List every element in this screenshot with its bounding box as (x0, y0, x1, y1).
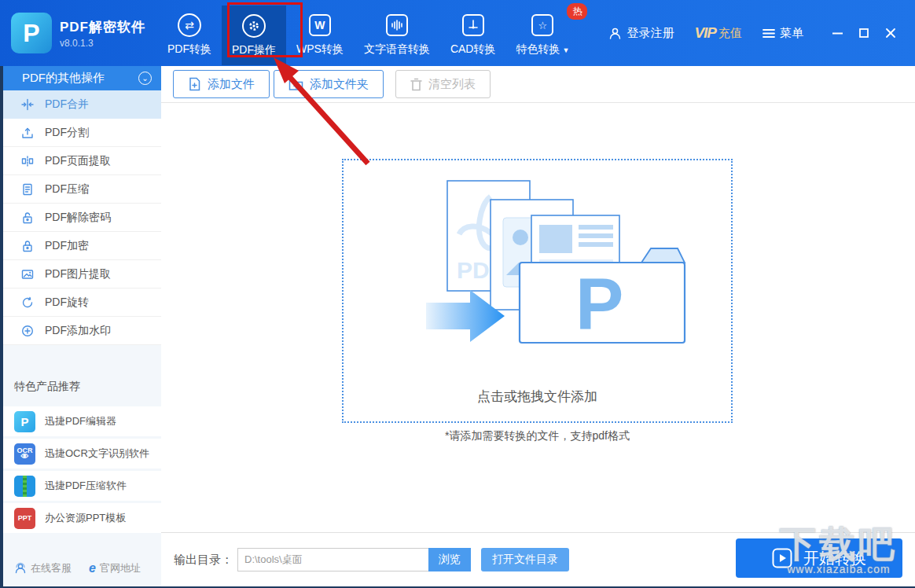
start-convert-button[interactable]: 开始转换 (736, 538, 902, 578)
nav-speech-convert[interactable]: 文字语音转换 (354, 5, 440, 66)
sidebar-item-pdf-merge[interactable]: PDF合并 (3, 90, 161, 119)
add-file-icon (188, 77, 201, 91)
login-register-link[interactable]: 登录注册 (608, 26, 674, 41)
pdf-editor-icon: P (14, 411, 35, 432)
image-icon (20, 267, 34, 281)
rotate-icon (20, 296, 34, 309)
compress-doc-icon (20, 182, 34, 196)
chevron-down-icon: ▼ (562, 46, 569, 54)
sidebar-item-pdf-watermark[interactable]: PDF添加水印 (3, 317, 161, 345)
nav-wps-convert[interactable]: W WPS转换 (286, 5, 354, 66)
folder-shape: P (520, 248, 685, 344)
app-title: PDF解密软件 (60, 18, 145, 36)
file-toolbar: 添加文件 添加文件夹 清空列表 (161, 66, 915, 102)
toolbar-divider (161, 102, 915, 103)
hot-badge: 热 (567, 3, 587, 20)
sidebar-item-pdf-rotate[interactable]: PDF旋转 (3, 288, 161, 317)
ocr-icon: OCR👁 (14, 443, 35, 465)
add-circle-icon (20, 324, 34, 337)
split-icon (20, 126, 34, 139)
nav-cad-convert[interactable]: CAD转换 (440, 5, 506, 66)
product-pdf-compressor[interactable]: 迅捷PDF压缩软件 (3, 471, 161, 501)
sidebar-header[interactable]: PDF的其他操作 ⌄ (3, 66, 161, 90)
output-dir-label: 输出目录： (174, 553, 233, 568)
unlock-icon (20, 211, 34, 224)
play-icon (772, 548, 792, 568)
lock-icon (20, 239, 34, 252)
cad-icon (462, 11, 484, 39)
sidebar-item-pdf-image-extract[interactable]: PDF图片提取 (3, 260, 161, 288)
file-dropzone[interactable]: PDF (342, 159, 733, 423)
sidebar-item-pdf-unlock[interactable]: PDF解除密码 (3, 204, 161, 232)
vip-recharge-link[interactable]: VIP 充值 (694, 24, 742, 42)
output-path-input[interactable] (237, 548, 428, 571)
add-folder-icon (288, 78, 303, 91)
svg-text:P: P (575, 264, 623, 344)
sidebar-item-pdf-split[interactable]: PDF分割 (3, 119, 161, 147)
maximize-button[interactable] (851, 21, 877, 45)
sidebar-footer: 在线客服 e 官网地址 (3, 561, 161, 586)
top-nav: ⇄ PDF转换 PDF操作 W WPS转换 文字语音转换 CAD转换 热 (157, 0, 579, 66)
window-left-edge (0, 66, 3, 588)
main-panel: 添加文件 添加文件夹 清空列表 PDF (161, 66, 915, 586)
merge-icon (20, 97, 34, 111)
product-ppt-templates[interactable]: PPT 办公资源PPT模板 (3, 503, 161, 533)
wps-icon: W (309, 11, 331, 39)
user-icon (608, 27, 622, 40)
transfer-circle-icon: ⇄ (178, 11, 201, 39)
nav-pdf-convert[interactable]: ⇄ PDF转换 (157, 5, 222, 66)
menu-button[interactable]: 菜单 (762, 26, 803, 41)
vip-icon: VIP (694, 24, 716, 42)
dropzone-note: *请添加需要转换的文件，支持pdf格式 (342, 429, 733, 443)
speech-wave-icon (386, 11, 408, 39)
nav-special-convert[interactable]: 热 ☆ 特色转换▼ (505, 5, 579, 66)
titlebar-right: 登录注册 VIP 充值 菜单 (588, 21, 915, 45)
star-convert-icon: ☆ (531, 11, 553, 39)
product-ocr[interactable]: OCR👁 迅捷OCR文字识别软件 (3, 439, 161, 469)
ppt-icon: PPT (14, 508, 35, 529)
page-extract-icon (20, 154, 34, 167)
sidebar: PDF的其他操作 ⌄ PDF合并 PDF分割 PDF页面提取 PDF压缩 PDF… (3, 66, 161, 586)
add-folder-button[interactable]: 添加文件夹 (274, 70, 384, 98)
open-directory-button[interactable]: 打开文件目录 (481, 548, 569, 571)
app-version: v8.0.1.3 (60, 38, 145, 49)
app-logo-icon: P (11, 13, 52, 53)
headset-icon (14, 562, 27, 575)
clear-list-button[interactable]: 清空列表 (395, 70, 491, 98)
app-brand: P PDF解密软件 v8.0.1.3 (0, 13, 157, 53)
trash-icon (410, 78, 422, 91)
product-list: P 迅捷PDF编辑器 OCR👁 迅捷OCR文字识别软件 迅捷PDF压缩软件 PP… (3, 406, 161, 535)
minimize-button[interactable] (824, 21, 851, 45)
sidebar-item-pdf-compress[interactable]: PDF压缩 (3, 175, 161, 204)
chevron-circle-icon[interactable]: ⌄ (138, 72, 152, 85)
website-link[interactable]: e 官网地址 (89, 561, 141, 575)
titlebar: P PDF解密软件 v8.0.1.3 ⇄ PDF转换 PDF操作 W WPS转换… (0, 0, 915, 66)
sidebar-item-pdf-page-extract[interactable]: PDF页面提取 (3, 147, 161, 175)
add-file-button[interactable]: 添加文件 (173, 70, 270, 98)
sidebar-item-pdf-encrypt[interactable]: PDF加密 (3, 232, 161, 260)
product-pdf-editor[interactable]: P 迅捷PDF编辑器 (3, 406, 161, 436)
promo-section-title: 特色产品推荐 (3, 380, 161, 394)
output-bar: 输出目录： 浏览 打开文件目录 开始转换 (161, 532, 915, 586)
online-service-link[interactable]: 在线客服 (14, 561, 72, 575)
dropzone-illustration: PDF (365, 175, 711, 374)
hamburger-menu-icon (762, 28, 775, 39)
zip-compressor-icon (14, 476, 35, 497)
close-button[interactable] (877, 21, 904, 45)
browse-button[interactable]: 浏览 (428, 548, 471, 571)
nav-pdf-operate[interactable]: PDF操作 (222, 6, 286, 65)
sidebar-menu: PDF合并 PDF分割 PDF页面提取 PDF压缩 PDF解除密码 PDF加密 … (3, 90, 161, 345)
browser-e-icon: e (89, 561, 96, 575)
dropzone-hint: 点击或拖拽文件添加 (344, 388, 731, 406)
gear-circle-icon (242, 12, 266, 40)
window-controls (824, 21, 904, 45)
